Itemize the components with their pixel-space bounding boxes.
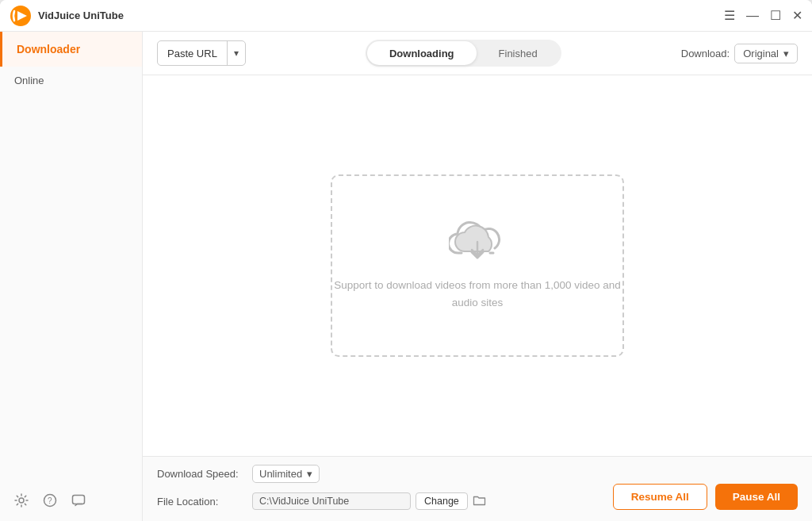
settings-icon[interactable] [14,493,29,511]
download-format: Download: Original ▾ [681,44,798,63]
sidebar: Downloader Online ? [0,32,143,521]
file-location-label: File Location: [157,496,252,508]
paste-url-button[interactable]: Paste URL ▾ [157,40,246,66]
close-button[interactable]: ✕ [792,10,802,22]
empty-state: Support to download videos from more tha… [331,174,624,357]
sidebar-nav: Downloader Online [0,32,142,94]
file-location-row: File Location: Change [157,492,486,510]
resume-all-button[interactable]: Resume All [613,484,707,510]
maximize-button[interactable]: ☐ [770,10,781,22]
main-layout: Downloader Online ? [0,32,812,521]
paste-url-arrow[interactable]: ▾ [228,48,245,59]
format-select[interactable]: Original ▾ [734,44,798,63]
format-arrow-icon: ▾ [783,48,789,59]
tab-downloading[interactable]: Downloading [367,41,477,65]
file-location-input[interactable] [252,492,411,510]
app-title: VidJuice UniTube [38,10,124,21]
chat-icon[interactable] [71,493,86,511]
help-icon[interactable]: ? [43,493,57,511]
folder-icon[interactable] [473,494,486,508]
action-buttons: Resume All Pause All [613,484,798,510]
speed-value: Unlimited [259,468,302,480]
pause-all-button[interactable]: Pause All [715,484,798,510]
download-area: Support to download videos from more tha… [143,75,812,456]
svg-point-2 [19,498,24,503]
menu-button[interactable]: ☰ [724,10,735,22]
bottom-info: Download Speed: Unlimited ▾ File Locatio… [157,465,486,510]
toolbar-left: Paste URL ▾ [157,40,246,66]
bottom-section: Download Speed: Unlimited ▾ File Locatio… [143,456,812,521]
speed-arrow-icon: ▾ [307,468,312,480]
speed-row: Download Speed: Unlimited ▾ [157,465,486,483]
cloud-download-icon [449,220,506,266]
toolbar: Paste URL ▾ Downloading Finished Downloa… [143,32,812,75]
title-bar-left: VidJuice UniTube [10,5,124,27]
tab-switcher: Downloading Finished [366,40,561,67]
sidebar-item-downloader[interactable]: Downloader [0,32,142,67]
app-window: VidJuice UniTube ☰ — ☐ ✕ Downloader Onli… [0,0,812,521]
content-area: Paste URL ▾ Downloading Finished Downloa… [143,32,812,521]
sidebar-item-online[interactable]: Online [0,67,142,94]
empty-state-text: Support to download videos from more tha… [332,277,622,311]
minimize-button[interactable]: — [746,10,759,22]
app-logo [10,5,32,27]
svg-rect-5 [73,496,85,504]
speed-select[interactable]: Unlimited ▾ [252,465,320,483]
title-bar: VidJuice UniTube ☰ — ☐ ✕ [0,0,812,32]
window-controls: ☰ — ☐ ✕ [724,10,802,22]
change-button[interactable]: Change [416,492,468,510]
svg-text:?: ? [48,496,52,505]
sidebar-bottom: ? [0,493,142,511]
speed-label: Download Speed: [157,468,252,480]
tab-finished[interactable]: Finished [477,41,560,65]
